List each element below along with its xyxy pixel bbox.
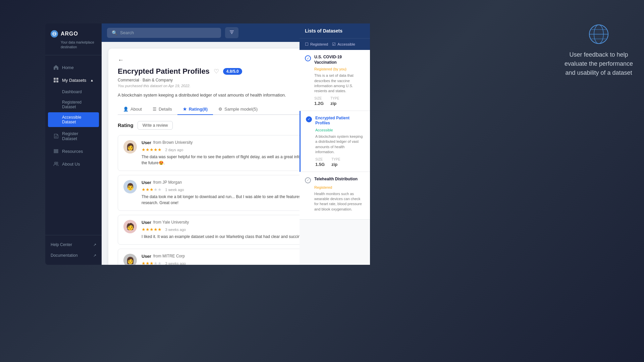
registered-check-icon: ☐: [305, 42, 309, 47]
reviewer-org-3: from Yale University: [153, 220, 189, 225]
review-time-1: 2 days ago: [165, 148, 183, 152]
search-box[interactable]: 🔍: [107, 28, 221, 38]
dli-meta-2: SIZE 1.5G TYPE zip: [315, 158, 365, 167]
tab-rating[interactable]: ★ Rating(8): [177, 104, 213, 115]
reviewer-name-1: User: [142, 140, 151, 145]
reviewer-name-3: User: [142, 220, 151, 225]
app-logo[interactable]: ARGO: [45, 23, 102, 40]
filter-accessible-label: Accessible: [337, 42, 355, 46]
svg-point-12: [56, 162, 58, 164]
search-icon: 🔍: [112, 30, 117, 36]
stars-3: ★★★★★: [142, 227, 162, 232]
reviewer-avatar-4: [123, 254, 137, 265]
write-review-button[interactable]: Write a review: [138, 121, 173, 130]
review-time-3: 3 weeks ago: [165, 228, 186, 232]
reviewer-org-2: from JP Morgan: [153, 180, 182, 185]
sidebar-item-resources-label: Resources: [62, 149, 83, 154]
reviewer-avatar-3: [123, 220, 137, 233]
sidebar-item-register-dataset[interactable]: Register Dataset: [48, 128, 99, 144]
external-link-icon: ↗: [93, 243, 96, 247]
sidebar-subitem-accessible-label: Accessible Dataset: [62, 115, 94, 124]
tab-sample-model-label: Sample model(5): [224, 107, 258, 112]
svg-rect-10: [54, 152, 58, 153]
sidebar-item-accessible-dataset[interactable]: Accessible Dataset: [48, 112, 99, 127]
sidebar-subitem-dashboard-label: Dashboard: [62, 89, 82, 94]
stars-2: ★★★★★: [142, 187, 162, 192]
sidebar-item-registered-dataset[interactable]: Registered Dataset: [48, 97, 99, 112]
dli-meta-1: SIZE 1.2G TYPE zip: [314, 97, 365, 106]
dli-status-1: Registered (by you): [314, 67, 365, 71]
sidebar-item-dashboard[interactable]: Dashboard: [48, 87, 99, 97]
datasets-icon: [53, 77, 59, 83]
logo-icon: [51, 30, 58, 38]
list-item-telehealth[interactable]: ✓ Telehealth Distribution Registered Hea…: [300, 172, 370, 220]
sidebar-item-home[interactable]: Home: [48, 61, 99, 73]
sidebar-item-my-datasets[interactable]: My Datasets ▲: [48, 74, 99, 86]
type-label-1: TYPE: [330, 97, 339, 100]
svg-rect-8: [54, 149, 58, 150]
documentation-label: Documentation: [51, 253, 78, 258]
search-input[interactable]: [120, 30, 216, 35]
tab-details[interactable]: ☰ Details: [147, 104, 177, 115]
reviewer-org-4: from MITRE Corp: [153, 254, 185, 258]
my-datasets-submenu: Dashboard Registered Dataset Accessible …: [45, 87, 102, 127]
tab-rating-label: Rating(8): [189, 107, 208, 112]
reviewer-avatar-1: [123, 140, 137, 154]
home-icon: [53, 65, 59, 70]
tab-about[interactable]: 👤 About: [118, 104, 147, 115]
favorite-icon[interactable]: ♡: [214, 68, 219, 75]
dataset-commercial: Commercial: [118, 78, 139, 82]
filter-button[interactable]: [225, 27, 238, 38]
app-tagline: Your data marketplace destination: [45, 40, 102, 55]
size-value-1: 1.2G: [314, 101, 324, 106]
stars-4: ★★★★★: [142, 261, 162, 265]
documentation-link[interactable]: Documentation ↗: [45, 250, 102, 261]
details-tab-icon: ☰: [153, 107, 157, 112]
dataset-provider: Bain & Company: [143, 78, 173, 82]
external-link-icon-2: ↗: [93, 253, 96, 258]
filter-accessible[interactable]: ☑ Accessible: [332, 42, 355, 47]
panel-filters: ☐ Registered ☑ Accessible: [300, 38, 370, 50]
reviewer-name-2: User: [142, 180, 151, 185]
sidebar-item-my-datasets-label: My Datasets: [62, 78, 86, 83]
dli-title-3: Telehealth Distribution: [314, 177, 358, 182]
tab-sample-model[interactable]: ⚙ Sample model(5): [213, 104, 263, 115]
accessible-check-icon: ☑: [332, 42, 336, 47]
sidebar-subitem-registered-label: Registered Dataset: [62, 100, 94, 109]
type-value-2: zip: [331, 162, 337, 167]
svg-point-21: [589, 25, 608, 44]
dli-title-2: Encrypted Patient Profiles: [315, 116, 365, 126]
dli-check-3: ✓: [305, 177, 311, 183]
dli-header-2: ✓ Encrypted Patient Profiles: [306, 116, 365, 126]
dataset-title: Encrypted Patient Profiles: [118, 67, 210, 76]
help-center-label: Help Center: [51, 242, 72, 247]
app-name: ARGO: [61, 31, 78, 37]
main-nav: Home My Datasets ▲ Dashboard Registered …: [45, 58, 102, 235]
panel-title: Lists of Datasets: [300, 23, 370, 38]
dli-type-label-1: TYPE zip: [330, 97, 339, 106]
dli-header-3: ✓ Telehealth Distribution: [305, 177, 365, 183]
about-tab-icon: 👤: [123, 107, 128, 112]
sidebar-bottom: Help Center ↗ Documentation ↗: [45, 235, 102, 265]
sidebar-item-about-us[interactable]: About Us: [48, 158, 99, 170]
dli-size-label-2: SIZE 1.5G: [315, 158, 325, 167]
dli-check-2: ✓: [306, 116, 312, 122]
globe-icon: [588, 23, 609, 45]
tab-details-label: Details: [159, 107, 172, 112]
sidebar-item-resources[interactable]: Resources: [48, 145, 99, 157]
list-item-encrypted-patient[interactable]: ✓ Encrypted Patient Profiles Accessible …: [300, 111, 370, 172]
list-item-us-covid[interactable]: ✓ U.S. COVID-19 Vaccination Registered (…: [300, 50, 370, 111]
filter-registered-label: Registered: [310, 42, 328, 46]
hint-text: User feedback to help evaluate the perfo…: [560, 50, 637, 77]
dli-status-3: Registered: [314, 185, 365, 189]
filter-registered[interactable]: ☐ Registered: [305, 42, 328, 47]
resources-icon: [53, 148, 59, 154]
type-label-2: TYPE: [331, 158, 340, 161]
sidebar-item-home-label: Home: [62, 65, 74, 70]
tab-about-label: About: [130, 107, 142, 112]
svg-rect-4: [54, 80, 56, 82]
reviewer-org-1: from Brown University: [153, 140, 193, 145]
help-center-link[interactable]: Help Center ↗: [45, 239, 102, 250]
lists-of-datasets-panel: Lists of Datasets ☐ Registered ☑ Accessi…: [300, 23, 370, 265]
back-button[interactable]: ←: [118, 57, 124, 64]
